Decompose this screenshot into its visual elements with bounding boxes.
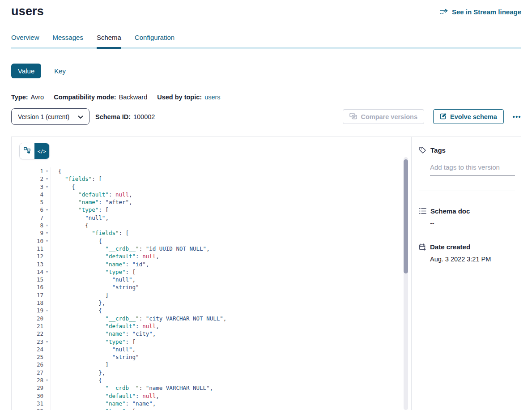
gutter: 13 <box>12 261 51 268</box>
code-text: "null", <box>51 276 136 283</box>
gutter: 21 <box>12 322 51 330</box>
more-actions-button[interactable]: ••• <box>513 113 521 120</box>
schema-doc-heading: Schema doc <box>430 207 470 215</box>
gutter: 18 <box>12 299 51 307</box>
code-text: "name": "after", <box>51 198 132 206</box>
evolve-schema-label: Evolve schema <box>450 113 497 120</box>
fold-toggle-icon[interactable]: ▾ <box>43 167 51 175</box>
date-created-heading: Date created <box>430 243 470 251</box>
fold-toggle-icon[interactable]: ▾ <box>43 183 51 191</box>
code-line: 31 "name": "name", <box>12 400 411 407</box>
code-text: }, <box>51 299 105 307</box>
gutter: 30 <box>12 392 51 400</box>
code-line: 23▾ "type": [ <box>12 338 411 346</box>
fold-toggle-icon[interactable]: ▾ <box>43 175 51 183</box>
fold-toggle-icon[interactable]: ▾ <box>43 307 51 314</box>
tab-configuration[interactable]: Configuration <box>135 34 174 47</box>
editor-scrollbar-thumb[interactable] <box>404 159 408 273</box>
line-number: 20 <box>27 315 43 322</box>
schema-code-editor[interactable]: 1▾{2▾ "fields": [3▾ {4 "default": null,5… <box>12 159 411 410</box>
line-number: 18 <box>27 299 43 307</box>
fold-toggle-icon[interactable]: ▾ <box>43 376 51 384</box>
edit-icon <box>440 113 447 121</box>
code-text: "null", <box>51 214 109 222</box>
line-number: 2 <box>27 175 43 183</box>
code-text: "name": "name", <box>51 400 156 407</box>
meta-compatibility-label: Compatibility mode: <box>54 94 116 101</box>
fold-toggle-icon[interactable]: ▾ <box>43 407 51 410</box>
fold-toggle-icon[interactable]: ▾ <box>43 237 51 245</box>
code-line: 22 "name": "city", <box>12 330 411 337</box>
line-number: 24 <box>27 346 43 353</box>
fold-toggle-icon[interactable]: ▾ <box>43 222 51 229</box>
tab-overview[interactable]: Overview <box>11 34 39 47</box>
gutter: 14▾ <box>12 268 51 276</box>
code-line: 25 "string" <box>12 353 411 361</box>
meta-compatibility: Compatibility mode: Backward <box>54 94 147 101</box>
fold-toggle-icon[interactable]: ▾ <box>43 206 51 214</box>
gutter: 8▾ <box>12 222 51 229</box>
fold-toggle-icon[interactable]: ▾ <box>43 229 51 237</box>
code-text: "__crdb__": "name VARCHAR NULL", <box>51 384 213 392</box>
line-number: 32 <box>27 407 43 410</box>
gutter: 28▾ <box>12 376 51 384</box>
line-number: 29 <box>27 384 43 392</box>
line-number: 22 <box>27 330 43 337</box>
compare-versions-button[interactable]: Compare versions <box>343 109 424 124</box>
stream-lineage-link[interactable]: See in Stream lineage <box>440 8 521 16</box>
code-line: 24 "null", <box>12 346 411 353</box>
tags-input[interactable] <box>430 163 515 175</box>
code-text: { <box>51 222 89 229</box>
tab-schema[interactable]: Schema <box>97 34 121 47</box>
line-number: 31 <box>27 400 43 407</box>
code-text: ] <box>51 291 109 299</box>
code-text: "type": [ <box>51 407 136 410</box>
code-view-icon: </> <box>38 149 46 154</box>
code-line: 8▾ { <box>12 222 411 229</box>
version-select[interactable]: Version 1 (current) <box>11 108 89 125</box>
schema-editor-panel: </> 1▾{2▾ "fields": [3▾ {4 "default": nu… <box>12 137 412 410</box>
code-line: 13 "name": "id", <box>12 261 411 268</box>
code-line: 18 }, <box>12 299 411 307</box>
code-view-button[interactable]: </> <box>34 143 49 159</box>
code-text: "string" <box>51 353 139 361</box>
editor-scrollbar-track[interactable] <box>404 157 408 410</box>
code-text: "name": "id", <box>51 261 149 268</box>
fold-toggle-icon[interactable]: ▾ <box>43 338 51 346</box>
gutter: 20 <box>12 315 51 322</box>
code-line: 32▾ "type": [ <box>12 407 411 410</box>
key-toggle-button[interactable]: Key <box>51 67 68 75</box>
code-line: 10▾ { <box>12 237 411 245</box>
code-text: ] <box>51 361 109 368</box>
code-line: 26 ] <box>12 361 411 368</box>
code-line: 16 "string" <box>12 283 411 291</box>
line-number: 26 <box>27 361 43 368</box>
code-line: 2▾ "fields": [ <box>12 175 411 183</box>
schema-doc-value: -- <box>430 220 515 227</box>
code-text: "null", <box>51 346 136 353</box>
schema-id-label: Schema ID: <box>95 113 131 120</box>
meta-topic: Used by topic: users <box>157 94 220 101</box>
tree-view-button[interactable] <box>20 143 34 159</box>
code-line: 11 "__crdb__": "id UUID NOT NULL", <box>12 245 411 252</box>
topic-link[interactable]: users <box>204 94 220 101</box>
fold-toggle-icon[interactable]: ▾ <box>43 268 51 276</box>
gutter: 10▾ <box>12 237 51 245</box>
compare-versions-label: Compare versions <box>361 113 417 120</box>
gutter: 6▾ <box>12 206 51 214</box>
code-text: "fields": [ <box>51 175 102 183</box>
value-toggle-button[interactable]: Value <box>11 64 41 78</box>
list-icon <box>419 208 426 214</box>
code-text: "string" <box>51 283 139 291</box>
code-line: 28▾ { <box>12 376 411 384</box>
tab-messages[interactable]: Messages <box>53 34 83 47</box>
line-number: 19 <box>27 307 43 314</box>
code-text: "__crdb__": "city VARCHAR NOT NULL", <box>51 315 226 322</box>
chevron-down-icon <box>78 113 83 120</box>
code-line: 19▾ { <box>12 307 411 314</box>
evolve-schema-button[interactable]: Evolve schema <box>433 109 504 124</box>
code-line: 29 "__crdb__": "name VARCHAR NULL", <box>12 384 411 392</box>
version-bar: Version 1 (current) Schema ID: 100002 Co… <box>11 108 521 125</box>
tree-view-icon <box>24 147 30 155</box>
code-text: { <box>51 376 102 384</box>
